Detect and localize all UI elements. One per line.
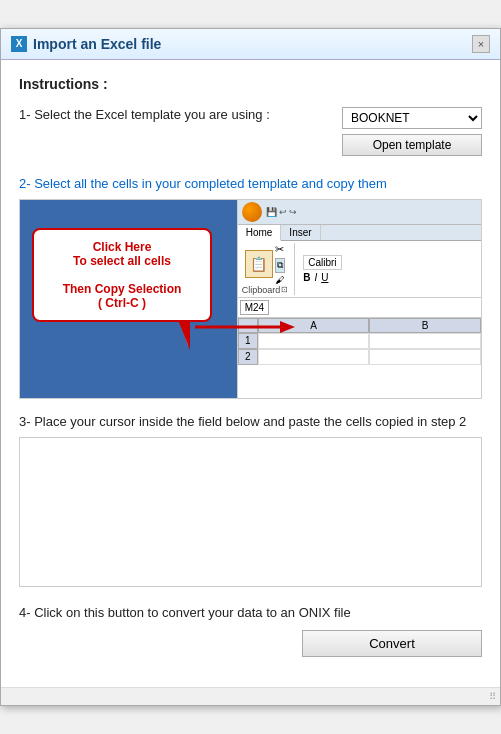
cell-b1	[369, 333, 481, 349]
paste-section: 📋 ✂ ⧉ 🖌 Clipboard ⊡	[242, 243, 296, 295]
dialog-title: Import an Excel file	[33, 36, 161, 52]
excel-tab-home: Home	[238, 225, 282, 241]
paste-icon: 📋	[245, 250, 273, 278]
format-painter-icon: 🖌	[275, 275, 285, 285]
red-arrow-svg	[195, 317, 295, 337]
step1-controls: BOOKNET TEMPLATE2 TEMPLATE3	[342, 107, 482, 129]
cell-ref-bar: M24	[238, 298, 481, 318]
excel-mock: 💾 ↩ ↪ Home Inser	[237, 200, 481, 398]
title-bar-left: X Import an Excel file	[11, 36, 161, 52]
close-button[interactable]: ×	[472, 35, 490, 53]
clipboard-expand: ⊡	[281, 285, 288, 294]
step4: 4- Click on this button to convert your …	[19, 604, 482, 657]
row2-header: 2	[238, 349, 258, 365]
svg-marker-1	[280, 321, 295, 333]
italic-button: I	[314, 272, 317, 283]
template-select[interactable]: BOOKNET TEMPLATE2 TEMPLATE3	[342, 107, 482, 129]
step1-row: 1- Select the Excel template you are usi…	[19, 106, 482, 130]
bold-button: B	[303, 272, 310, 283]
content-area: Instructions : 1- Select the Excel templ…	[1, 60, 500, 688]
excel-icon: X	[11, 36, 27, 52]
dialog: X Import an Excel file × Instructions : …	[0, 28, 501, 707]
clipboard-label: Clipboard ⊡	[242, 285, 289, 295]
step3-label: 3- Place your cursor inside the field be…	[19, 413, 482, 431]
step2-label-highlight: copy them	[327, 176, 387, 191]
clipboard-icons: ✂ ⧉ 🖌	[275, 243, 285, 285]
redo-icon: ↪	[289, 207, 297, 217]
copy-icon: ⧉	[275, 258, 285, 273]
underline-button: U	[321, 272, 328, 283]
title-bar: X Import an Excel file ×	[1, 29, 500, 60]
font-section: Calibri B I U	[299, 255, 341, 283]
step1-label: 1- Select the Excel template you are usi…	[19, 106, 270, 124]
cell-b2	[369, 349, 481, 365]
resize-handle: ⠿	[489, 691, 496, 702]
step2-label-start: 2- Select all the cells in your complete…	[19, 176, 327, 191]
step2-label: 2- Select all the cells in your complete…	[19, 176, 482, 191]
paste-textarea[interactable]	[19, 437, 482, 587]
undo-icon: ↩	[279, 207, 287, 217]
undo-area: 💾 ↩ ↪	[266, 207, 297, 217]
cut-icon: ✂	[275, 243, 285, 256]
bottom-bar: ⠿	[1, 687, 500, 705]
step2-image: Click Here To select all cells Then Copy…	[19, 199, 482, 399]
save-icon: 💾	[266, 207, 277, 217]
bubble-line2: To select all cells	[48, 254, 196, 268]
bubble-line4: ( Ctrl-C )	[48, 296, 196, 310]
excel-toolbar: 📋 ✂ ⧉ 🖌 Clipboard ⊡	[238, 241, 481, 298]
bubble-line1: Click Here	[48, 240, 196, 254]
font-name: Calibri	[303, 255, 341, 270]
bubble-line3: Then Copy Selection	[48, 282, 196, 296]
step1: 1- Select the Excel template you are usi…	[19, 106, 482, 162]
excel-tab-insert: Inser	[281, 225, 320, 240]
excel-tabs: Home Inser	[238, 225, 481, 241]
step2: 2- Select all the cells in your complete…	[19, 176, 482, 399]
convert-btn-row: Convert	[19, 630, 482, 657]
red-arrow-container	[195, 317, 295, 340]
speech-bubble: Click Here To select all cells Then Copy…	[32, 228, 212, 322]
font-style-row: B I U	[303, 272, 341, 283]
step3: 3- Place your cursor inside the field be…	[19, 413, 482, 590]
cell-a2	[258, 349, 370, 365]
excel-top-bar: 💾 ↩ ↪	[238, 200, 481, 225]
open-template-button[interactable]: Open template	[342, 134, 482, 156]
instructions-heading: Instructions :	[19, 76, 482, 92]
convert-button[interactable]: Convert	[302, 630, 482, 657]
paste-icons: 📋 ✂ ⧉ 🖌	[245, 243, 285, 285]
col-b-header: B	[369, 318, 481, 333]
cell-reference: M24	[240, 300, 269, 315]
office-orb	[242, 202, 262, 222]
step4-label: 4- Click on this button to convert your …	[19, 604, 482, 622]
